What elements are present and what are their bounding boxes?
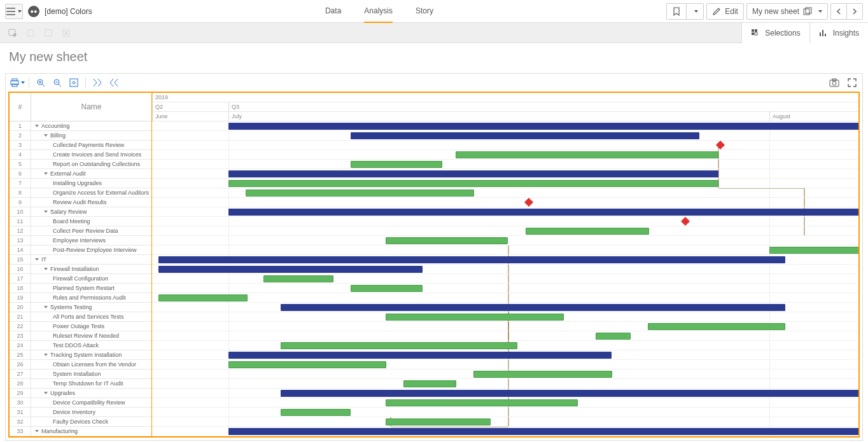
task-row[interactable]: 5Report on Outstanding Collections [10, 160, 151, 169]
task-row[interactable]: 11Board Meeting [10, 217, 151, 226]
insights-panel-button[interactable]: Insights [809, 23, 868, 43]
task-row[interactable]: 17Firewall Configuration [10, 274, 151, 284]
gantt-bar[interactable] [526, 228, 649, 235]
tab-analysis[interactable]: Analysis [364, 0, 393, 23]
step-forward-button[interactable] [41, 25, 56, 41]
zoom-in-button[interactable] [33, 76, 48, 90]
edit-button[interactable]: Edit [706, 3, 744, 20]
menu-button[interactable] [5, 4, 23, 19]
task-row[interactable]: 25Tracking System Installation [10, 350, 151, 360]
gantt-bar[interactable] [228, 361, 386, 368]
task-row[interactable]: 4Create Invoices and Send Invoices [10, 150, 151, 160]
collapse-toggle-icon[interactable] [44, 134, 48, 137]
gantt-bar[interactable] [228, 170, 718, 177]
gantt-bar[interactable] [228, 352, 612, 359]
task-row[interactable]: 9Review Audit Results [10, 198, 151, 207]
step-back-button[interactable] [23, 25, 38, 41]
sheet-selector[interactable]: My new sheet [746, 3, 828, 20]
gantt-bar[interactable] [281, 409, 351, 416]
task-row[interactable]: 21All Ports and Services Tests [10, 312, 151, 322]
gantt-bar[interactable] [351, 161, 442, 168]
selections-panel-button[interactable]: Selections [741, 23, 809, 43]
bookmark-button[interactable] [666, 3, 687, 20]
gantt-timeline[interactable]: 2019 Q2Q3 JuneJulyAugust [152, 93, 858, 436]
task-row[interactable]: 13Employee Interviews [10, 236, 151, 245]
gantt-bar[interactable] [456, 151, 718, 158]
task-row[interactable]: 26Obtain Licenses from the Vendor [10, 360, 151, 369]
task-row[interactable]: 32Faulty Devices Check [10, 417, 151, 427]
task-row[interactable]: 3Collected Payments Review [10, 141, 151, 150]
task-row[interactable]: 22Power Outage Tests [10, 322, 151, 331]
prev-sheet-button[interactable] [830, 3, 847, 20]
clear-selections-button[interactable] [59, 25, 74, 41]
collapse-toggle-icon[interactable] [44, 392, 48, 394]
print-button[interactable] [10, 76, 25, 90]
task-row[interactable]: 6External Audit [10, 169, 151, 179]
gantt-bar[interactable] [281, 342, 517, 349]
task-row[interactable]: 8Organize Access for External Auditors [10, 188, 151, 198]
smart-search-button[interactable] [5, 25, 20, 41]
task-row[interactable]: 23Ruleset Review If Needed [10, 331, 151, 341]
tab-data[interactable]: Data [325, 0, 341, 23]
gantt-bar[interactable] [228, 209, 858, 216]
gantt-bar[interactable] [403, 380, 456, 387]
gantt-bar[interactable] [228, 428, 858, 435]
gantt-bar[interactable] [228, 180, 718, 187]
task-row[interactable]: 7Installing Upgrades [10, 179, 151, 188]
task-row[interactable]: 1Accounting [10, 121, 151, 131]
gantt-bar[interactable] [386, 314, 564, 321]
collapse-toggle-icon[interactable] [35, 258, 39, 261]
task-row[interactable]: 24Test DDOS Attack [10, 341, 151, 350]
gantt-bar[interactable] [596, 333, 631, 340]
task-row[interactable]: 29Upgrades [10, 389, 151, 398]
collapse-toggle-icon[interactable] [44, 211, 48, 213]
zoom-fit-button[interactable] [66, 76, 81, 90]
task-row[interactable]: 10Salary Review [10, 207, 151, 217]
collapse-toggle-icon[interactable] [35, 125, 39, 127]
milestone-marker[interactable] [681, 217, 690, 226]
collapse-toggle-icon[interactable] [44, 306, 48, 308]
milestone-marker[interactable] [716, 141, 725, 149]
gantt-bar[interactable] [386, 399, 578, 406]
gantt-bar[interactable] [246, 190, 474, 197]
gantt-bar[interactable] [158, 266, 423, 273]
gantt-bar[interactable] [158, 256, 785, 263]
tab-story[interactable]: Story [416, 0, 433, 23]
gantt-bar[interactable] [473, 371, 612, 378]
task-row[interactable]: 15IT [10, 255, 151, 265]
gantt-bar[interactable] [228, 123, 858, 130]
task-row[interactable]: 30Device Compatibility Review [10, 398, 151, 408]
gantt-bar[interactable] [351, 285, 423, 292]
next-sheet-button[interactable] [847, 3, 863, 20]
task-row[interactable]: 20Systems Testing [10, 303, 151, 312]
gantt-bar[interactable] [281, 390, 858, 397]
task-row[interactable]: 2Billing [10, 131, 151, 141]
collapse-all-button[interactable] [106, 76, 122, 90]
task-row[interactable]: 31Device Inventory [10, 408, 151, 417]
task-row[interactable]: 14Post-Review Employee Interview [10, 245, 151, 255]
gantt-bar[interactable] [263, 275, 333, 282]
collapse-toggle-icon[interactable] [44, 172, 48, 175]
task-row[interactable]: 18Planned System Restart [10, 284, 151, 293]
gantt-bar[interactable] [386, 418, 491, 425]
milestone-marker[interactable] [524, 198, 533, 207]
task-row[interactable]: 28Temp Shutdown for IT Audit [10, 379, 151, 389]
task-row[interactable]: 16Firewall Installation [10, 265, 151, 274]
task-row[interactable]: 33Manufacturing [10, 427, 151, 436]
gantt-bar[interactable] [351, 132, 699, 139]
gantt-bar[interactable] [769, 247, 858, 254]
task-row[interactable]: 27System Installation [10, 369, 151, 379]
task-row[interactable]: 12Collect Peer Review Data [10, 226, 151, 236]
gantt-bar[interactable] [281, 304, 785, 311]
collapse-toggle-icon[interactable] [44, 354, 48, 356]
fullscreen-button[interactable] [846, 76, 858, 89]
gantt-bar[interactable] [386, 237, 508, 244]
snapshot-button[interactable] [828, 76, 841, 89]
zoom-out-button[interactable] [50, 76, 65, 90]
expand-all-button[interactable] [90, 76, 105, 90]
collapse-toggle-icon[interactable] [44, 268, 48, 270]
collapse-toggle-icon[interactable] [35, 430, 39, 432]
task-row[interactable]: 19Rules and Permissions Audit [10, 293, 151, 303]
gantt-bar[interactable] [648, 323, 785, 330]
bookmark-dropdown[interactable] [687, 3, 704, 20]
